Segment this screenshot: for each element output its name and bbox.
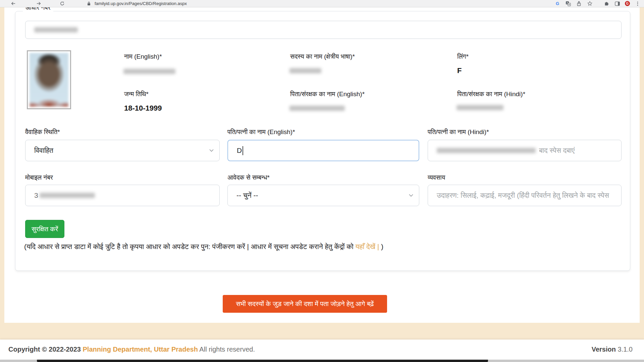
marital-status-value: विवाहित — [34, 146, 53, 155]
aadhaar-update-note: (यदि आधार से प्राप्त डाटा में कोई त्रुटि… — [24, 243, 383, 251]
mobile-number-input[interactable]: 3 — [25, 185, 220, 206]
translate-icon[interactable]: A — [565, 1, 571, 7]
blurred-father-name-english-value — [289, 106, 345, 111]
copyright-years: Copyright © 2022-2023 — [8, 346, 83, 353]
lock-icon[interactable] — [86, 1, 92, 7]
menu-dots-icon[interactable] — [635, 1, 641, 7]
relation-to-applicant-value: -- चुनें -- — [236, 191, 258, 199]
marital-status-label: वैवाहिक स्थिति* — [25, 128, 60, 136]
relation-to-applicant-label: आवेदक से सम्बन्ध* — [227, 174, 270, 181]
name-english-label: नाम (English)* — [124, 53, 162, 60]
dob-value: 18-10-1999 — [124, 104, 162, 113]
bottom-dark-bar — [37, 359, 488, 362]
note-pipe: | — [375, 243, 381, 250]
mobile-number-visible-digit: 3 — [34, 191, 38, 199]
father-name-english-label: पिता/संरक्षक का नाम (English)* — [290, 90, 365, 98]
profile-avatar[interactable]: G — [625, 1, 630, 6]
bookmark-star-icon[interactable] — [587, 1, 593, 7]
copyright-text: Copyright © 2022-2023 Planning Departmen… — [8, 346, 255, 353]
occupation-label: व्यवसाय — [428, 174, 445, 181]
occupation-input[interactable]: उदाहरण: सिलाई, कढ़ाई, मजदूरी (हिंदी परिव… — [428, 185, 622, 206]
footer: Copyright © 2022-2023 Planning Departmen… — [0, 340, 644, 360]
relation-to-applicant-select[interactable]: -- चुनें -- — [227, 185, 419, 206]
rights-reserved: All rights reserved. — [198, 346, 255, 353]
blurred-photo-image — [30, 53, 68, 107]
version-text: Version 3.1.0 — [592, 346, 633, 353]
spouse-name-hindi-input[interactable]: बाद स्पेस दबाएं — [428, 140, 622, 161]
gender-value: F — [457, 66, 462, 75]
browser-window: familyid.up.gov.in/Pages/CBD/Registratio… — [0, 0, 644, 362]
text-cursor — [243, 146, 243, 155]
occupation-placeholder: उदाहरण: सिलाई, कढ़ाई, मजदूरी (हिंदी परिव… — [437, 191, 609, 199]
blurred-mobile-value — [40, 193, 95, 198]
spouse-name-hindi-label: पति/पत्नी का नाम (Hindi)* — [428, 128, 489, 136]
chevron-down-icon — [209, 149, 214, 153]
reload-icon[interactable] — [59, 1, 65, 7]
extensions-icon[interactable] — [603, 1, 609, 7]
aadhaar-number-input[interactable] — [25, 21, 622, 39]
member-name-regional-label: सदस्य का नाम (क्षेत्रीय भाषा)* — [290, 53, 355, 60]
department-name: Planning Department, Uttar Pradesh — [83, 346, 198, 353]
browser-toolbar: familyid.up.gov.in/Pages/CBD/Registratio… — [0, 0, 644, 7]
blurred-aadhaar-value — [34, 27, 78, 33]
marital-status-select[interactable]: विवाहित — [25, 140, 220, 161]
google-icon[interactable]: G — [554, 1, 560, 7]
gender-label: लिंग* — [457, 53, 469, 60]
page-background-gap — [0, 323, 644, 340]
note-close-paren: ) — [381, 243, 383, 250]
version-value: 3.1.0 — [616, 346, 633, 353]
see-here-link[interactable]: यहाँ देखें — [356, 243, 375, 250]
spouse-name-hindi-placeholder: बाद स्पेस दबाएं — [539, 146, 575, 155]
blurred-member-name-regional-value — [289, 68, 321, 73]
mobile-number-label: मोबाइल नंबर — [25, 174, 53, 181]
save-button[interactable]: सुरक्षित करें — [25, 220, 64, 238]
father-name-hindi-label: पिता/संरक्षक का नाम (Hindi)* — [457, 90, 525, 98]
share-icon[interactable] — [576, 1, 582, 7]
bottom-edge-strip — [0, 359, 644, 362]
proceed-add-address-button[interactable]: सभी सदस्यों के जुड़ जाने की दशा में पता … — [223, 295, 387, 313]
back-icon[interactable] — [10, 1, 16, 7]
sidebar-icon[interactable] — [614, 1, 620, 7]
blurred-placeholder-prefix — [437, 148, 536, 153]
note-text: (यदि आधार से प्राप्त डाटा में कोई त्रुटि… — [24, 243, 356, 250]
member-photo — [27, 50, 71, 109]
chevron-down-icon — [409, 194, 414, 197]
dob-label: जन्म तिथि* — [124, 90, 149, 98]
version-label: Version — [592, 346, 616, 353]
blurred-father-name-hindi-value — [457, 105, 503, 110]
spouse-name-english-label: पति/पत्नी का नाम (English)* — [227, 128, 295, 136]
forward-icon[interactable] — [36, 1, 42, 7]
spouse-name-english-value: D — [237, 146, 242, 155]
address-bar[interactable]: familyid.up.gov.in/Pages/CBD/Registratio… — [95, 1, 187, 6]
spouse-name-english-input[interactable]: D — [227, 140, 419, 161]
blurred-name-english-value — [123, 69, 175, 74]
